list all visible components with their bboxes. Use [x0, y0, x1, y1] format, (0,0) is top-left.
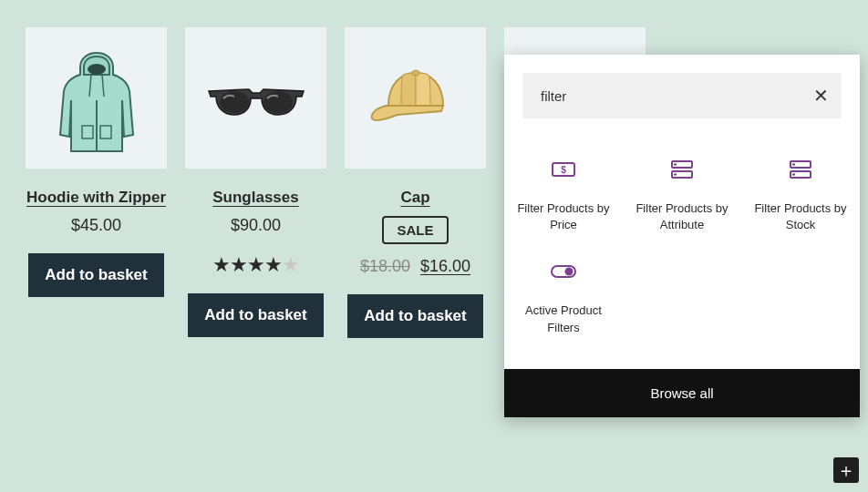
svg-rect-18: [792, 174, 795, 176]
close-icon[interactable]: ✕: [813, 85, 829, 107]
inserter-search: ✕: [522, 73, 842, 118]
add-to-basket-button[interactable]: Add to basket: [28, 253, 163, 297]
product-title-link[interactable]: Sunglasses: [185, 189, 326, 207]
svg-point-7: [264, 91, 293, 113]
product-card: Sunglasses $90.00 ★★★★★ Add to basket: [185, 27, 326, 338]
svg-point-20: [566, 269, 573, 275]
block-label: Filter Products by Attribute: [632, 200, 732, 233]
plus-icon: ＋: [837, 458, 855, 483]
svg-point-6: [220, 91, 249, 113]
product-image: [345, 27, 486, 169]
block-label: Filter Products by Price: [513, 200, 614, 233]
product-rating: ★★★★★: [185, 253, 326, 277]
product-card: Cap SALE $18.00 $16.00 Add to basket: [345, 27, 486, 338]
search-input[interactable]: [539, 87, 813, 105]
product-title-link[interactable]: Hoodie with Zipper: [26, 189, 167, 207]
price-tag-icon: $: [513, 151, 614, 188]
svg-point-0: [88, 64, 106, 75]
product-card: Hoodie with Zipper $45.00 Add to basket: [26, 27, 167, 338]
add-to-basket-button[interactable]: Add to basket: [188, 293, 323, 337]
list-rows-icon: [750, 151, 851, 188]
old-price: $18.00: [360, 257, 410, 275]
product-price: $45.00: [26, 216, 167, 235]
product-image: [26, 27, 167, 169]
block-active-filters[interactable]: Active Product Filters: [504, 248, 623, 341]
block-filter-by-attribute[interactable]: Filter Products by Attribute: [623, 146, 741, 239]
block-filter-by-price[interactable]: $ Filter Products by Price: [504, 146, 623, 239]
product-price: $18.00 $16.00: [345, 257, 486, 276]
product-image: [185, 27, 326, 169]
block-label: Active Product Filters: [513, 302, 614, 335]
inserter-results: $ Filter Products by Price Filter Produc…: [504, 137, 860, 369]
browse-all-button[interactable]: Browse all: [504, 369, 860, 417]
product-title-link[interactable]: Cap: [345, 189, 486, 207]
svg-rect-16: [792, 164, 795, 166]
svg-rect-12: [674, 164, 677, 166]
new-price: $16.00: [420, 257, 470, 275]
svg-rect-14: [674, 174, 677, 176]
list-rows-icon: [632, 151, 732, 188]
block-label: Filter Products by Stock: [750, 200, 851, 233]
svg-point-8: [412, 70, 419, 76]
add-block-button[interactable]: ＋: [833, 457, 859, 483]
block-inserter-panel: ✕ $ Filter Products by Price Filter Prod…: [504, 55, 860, 417]
product-price: $90.00: [185, 216, 326, 235]
svg-text:$: $: [561, 165, 566, 175]
sale-badge: SALE: [382, 216, 448, 244]
block-filter-by-stock[interactable]: Filter Products by Stock: [741, 146, 860, 239]
block-placeholder: [504, 27, 646, 55]
toggle-icon: [513, 253, 614, 290]
add-to-basket-button[interactable]: Add to basket: [347, 294, 482, 338]
